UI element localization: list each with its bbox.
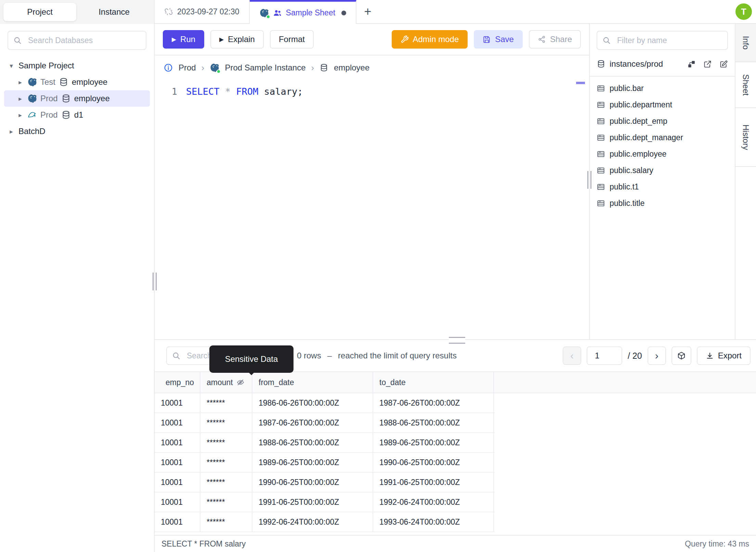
chevron-down-icon[interactable]: [8, 62, 15, 70]
cell-to-date[interactable]: 1987-06-26T00:00:00Z: [373, 393, 494, 412]
info-icon[interactable]: [164, 63, 173, 73]
sql-editor[interactable]: 1 SELECT * FROM salary;: [155, 80, 589, 339]
tab-instance[interactable]: Instance: [78, 3, 151, 21]
shared-users-icon: [273, 9, 282, 17]
breadcrumb-environment[interactable]: Prod: [179, 63, 196, 73]
explain-button[interactable]: Explain: [210, 30, 264, 49]
table-item[interactable]: public.title: [590, 195, 735, 211]
cell-from-date[interactable]: 1988-06-25T00:00:00Z: [252, 433, 373, 452]
table-row[interactable]: 10001 ****** 1987-06-26T00:00:00Z 1988-0…: [155, 413, 495, 433]
table-item[interactable]: public.bar: [590, 80, 735, 96]
cell-from-date[interactable]: 1992-06-24T00:00:00Z: [252, 512, 373, 531]
tree-item-sample-project[interactable]: Sample Project: [0, 57, 154, 74]
cell-from-date[interactable]: 1987-06-26T00:00:00Z: [252, 413, 373, 432]
table-row[interactable]: 10001 ****** 1992-06-24T00:00:00Z 1993-0…: [155, 512, 495, 532]
table-item[interactable]: public.employee: [590, 146, 735, 162]
plus-icon: [364, 4, 372, 19]
cell-to-date[interactable]: 1988-06-25T00:00:00Z: [373, 413, 494, 432]
save-button[interactable]: Save: [474, 30, 523, 49]
postgresql-icon: [210, 63, 219, 73]
breadcrumb-instance[interactable]: Prod Sample Instance: [225, 63, 305, 73]
table-row[interactable]: 10001 ****** 1990-06-25T00:00:00Z 1991-0…: [155, 473, 495, 492]
search-databases-input[interactable]: [8, 31, 146, 50]
table-row[interactable]: 10001 ****** 1991-06-25T00:00:00Z 1992-0…: [155, 492, 495, 512]
column-header-emp-no[interactable]: emp_no: [155, 372, 200, 393]
chevron-right-icon[interactable]: [16, 95, 24, 103]
right-panel-divider: [589, 24, 590, 339]
cell-amount-masked[interactable]: ******: [200, 512, 252, 531]
cell-from-date[interactable]: 1991-06-25T00:00:00Z: [252, 492, 373, 512]
share-button[interactable]: Share: [529, 30, 581, 49]
cell-amount-masked[interactable]: ******: [200, 393, 252, 412]
chevron-right-icon[interactable]: [8, 128, 15, 135]
cell-to-date[interactable]: 1992-06-24T00:00:00Z: [373, 492, 494, 512]
tab-info[interactable]: Info: [735, 24, 756, 62]
cell-emp-no[interactable]: 10001: [155, 413, 200, 432]
tab-sheet[interactable]: Sheet: [735, 62, 756, 108]
cell-amount-masked[interactable]: ******: [200, 473, 252, 492]
table-icon: [597, 199, 605, 208]
next-page-button[interactable]: [648, 346, 666, 365]
tree-item-batchd[interactable]: BatchD: [0, 123, 154, 140]
cell-to-date[interactable]: 1989-06-25T00:00:00Z: [373, 433, 494, 452]
cell-emp-no[interactable]: 10001: [155, 433, 200, 452]
table-row[interactable]: 10001 ****** 1988-06-25T00:00:00Z 1989-0…: [155, 433, 495, 453]
table-item[interactable]: public.dept_manager: [590, 129, 735, 146]
cell-amount-masked[interactable]: ******: [200, 433, 252, 452]
eye-off-icon[interactable]: [236, 378, 245, 386]
column-header-to-date[interactable]: to_date: [373, 372, 494, 393]
export-button[interactable]: Export: [697, 346, 751, 365]
external-link-icon[interactable]: [703, 60, 712, 68]
table-item[interactable]: public.t1: [590, 179, 735, 195]
prev-page-button[interactable]: [563, 346, 581, 365]
table-item[interactable]: public.department: [590, 96, 735, 113]
table-item[interactable]: public.dept_emp: [590, 113, 735, 129]
column-header-amount[interactable]: amount: [200, 372, 252, 393]
cell-emp-no[interactable]: 10001: [155, 492, 200, 512]
edit-schema-icon[interactable]: [719, 60, 728, 68]
cell-emp-no[interactable]: 10001: [155, 453, 200, 472]
tree-item-prod-employee[interactable]: Prod employee: [4, 90, 150, 107]
new-tab-button[interactable]: [356, 0, 379, 23]
admin-mode-button[interactable]: Admin mode: [392, 30, 468, 49]
user-avatar[interactable]: T: [735, 3, 752, 20]
chevron-right-icon[interactable]: [16, 78, 24, 86]
cell-to-date[interactable]: 1990-06-25T00:00:00Z: [373, 453, 494, 472]
cell-amount-masked[interactable]: ******: [200, 492, 252, 512]
environment-label: Prod: [40, 94, 58, 103]
tab-sheet-unsaved[interactable]: 2023-09-27 02:30: [155, 0, 250, 23]
code-line[interactable]: 1 SELECT * FROM salary;: [155, 83, 589, 100]
table-row[interactable]: 10001 ****** 1986-06-26T00:00:00Z 1987-0…: [155, 393, 495, 413]
right-panel-resize-handle[interactable]: [587, 171, 591, 189]
cell-from-date[interactable]: 1986-06-26T00:00:00Z: [252, 393, 373, 412]
run-button[interactable]: Run: [163, 30, 204, 49]
cell-from-date[interactable]: 1989-06-25T00:00:00Z: [252, 453, 373, 472]
cell-emp-no[interactable]: 10001: [155, 393, 200, 412]
tree-item-prod-d1[interactable]: Prod d1: [0, 107, 154, 123]
cell-to-date[interactable]: 1993-06-24T00:00:00Z: [373, 512, 494, 531]
cell-from-date[interactable]: 1990-06-25T00:00:00Z: [252, 473, 373, 492]
table-item[interactable]: public.salary: [590, 162, 735, 179]
tree-item-test-employee[interactable]: Test employee: [0, 74, 154, 90]
filter-by-name-input[interactable]: [597, 31, 728, 50]
sidebar-resize-handle[interactable]: [153, 273, 157, 290]
tab-project-label: Project: [27, 7, 53, 17]
cell-amount-masked[interactable]: ******: [200, 413, 252, 432]
cell-amount-masked[interactable]: ******: [200, 453, 252, 472]
cell-emp-no[interactable]: 10001: [155, 512, 200, 531]
export-center-button[interactable]: [672, 346, 691, 365]
database-label: d1: [74, 110, 83, 120]
page-number-input[interactable]: [587, 346, 622, 365]
chevron-right-icon[interactable]: [16, 111, 24, 119]
breadcrumb-database[interactable]: employee: [334, 63, 369, 73]
tab-project[interactable]: Project: [3, 3, 76, 21]
tab-history[interactable]: History: [735, 108, 756, 167]
share-label: Share: [550, 35, 572, 44]
cell-to-date[interactable]: 1991-06-25T00:00:00Z: [373, 473, 494, 492]
table-row[interactable]: 10001 ****** 1989-06-25T00:00:00Z 1990-0…: [155, 453, 495, 473]
cell-emp-no[interactable]: 10001: [155, 473, 200, 492]
format-button[interactable]: Format: [270, 30, 314, 49]
column-header-from-date[interactable]: from_date: [252, 372, 373, 393]
tab-sample-sheet[interactable]: Sample Sheet: [250, 0, 356, 24]
schema-diagram-icon[interactable]: [687, 60, 696, 68]
